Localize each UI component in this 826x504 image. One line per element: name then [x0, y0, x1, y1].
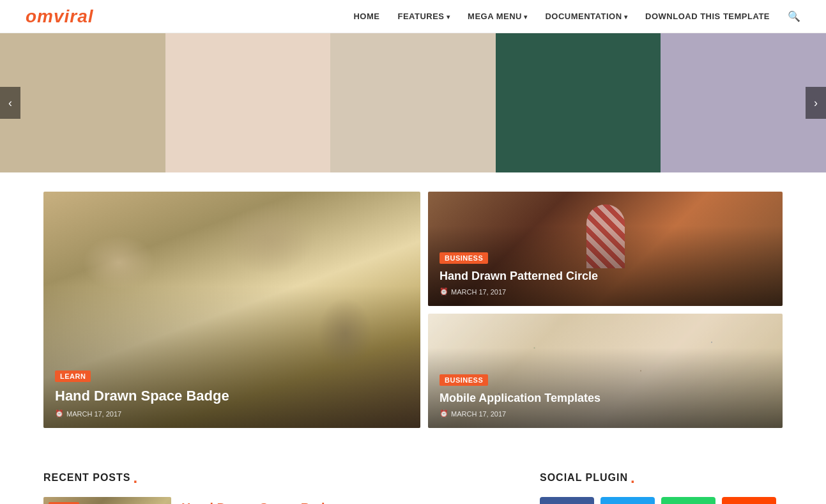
social-buttons-container: f t w r — [540, 497, 783, 504]
side-card-bottom-date: ⏰ MARCH 17, 2017 — [440, 409, 771, 418]
recent-posts-dot: . — [133, 470, 138, 485]
featured-main-badge: LEARN — [55, 370, 91, 382]
features-arrow-icon: ▾ — [447, 13, 450, 20]
side-card-bottom-overlay: BUSINESS Mobile Application Templates ⏰ … — [428, 363, 783, 428]
recent-post-title-link[interactable]: Hand Drawn Space Badge — [181, 500, 514, 504]
social-plugin-section: SOCIAL PLUGIN . f t w r — [540, 470, 783, 504]
recent-posts-heading: RECENT POSTS . — [43, 470, 514, 485]
featured-side-cards: BUSINESS Hand Drawn Patterned Circle ⏰ M… — [428, 192, 783, 428]
docs-arrow-icon: ▾ — [624, 13, 628, 20]
mega-menu-arrow-icon: ▾ — [524, 13, 528, 20]
slider-track — [0, 33, 826, 172]
nav-mega-menu[interactable]: MEGA MENU▾ — [468, 11, 527, 21]
side-card-bottom-title: Mobile Application Templates — [440, 391, 771, 406]
reddit-button[interactable]: r — [722, 497, 776, 504]
site-logo[interactable]: omviral — [26, 6, 94, 27]
side-card-bottom[interactable]: BUSINESS Mobile Application Templates ⏰ … — [428, 314, 783, 428]
slider-prev-button[interactable]: ‹ — [0, 87, 20, 119]
facebook-button[interactable]: f — [540, 497, 594, 504]
bottom-section: RECENT POSTS . LEARN Hand Drawn Space Ba… — [0, 470, 826, 504]
featured-main-title: Hand Drawn Space Badge — [55, 387, 409, 406]
side-card-top-badge: BUSINESS — [440, 252, 488, 264]
recent-post-info: Hand Drawn Space Badge 👤 SORA BLOGGING T… — [181, 497, 514, 504]
whatsapp-button[interactable]: w — [661, 497, 715, 504]
featured-main-overlay: LEARN Hand Drawn Space Badge ⏰ MARCH 17,… — [43, 360, 420, 428]
slide-1 — [0, 33, 165, 172]
side-card-top[interactable]: BUSINESS Hand Drawn Patterned Circle ⏰ M… — [428, 192, 783, 306]
slide-2 — [165, 33, 331, 172]
twitter-button[interactable]: t — [600, 497, 655, 504]
recent-post-thumbnail[interactable]: LEARN — [43, 497, 171, 504]
clock-icon: ⏰ — [55, 409, 64, 418]
slide-3 — [330, 33, 496, 172]
search-icon[interactable]: 🔍 — [788, 10, 800, 22]
nav-home[interactable]: HOME — [353, 11, 379, 21]
side-card-top-date: ⏰ MARCH 17, 2017 — [440, 287, 771, 296]
header: omviral HOME FEATURES▾ MEGA MENU▾ DOCUME… — [0, 0, 826, 33]
image-slider: ‹ › — [0, 33, 826, 172]
social-plugin-heading: SOCIAL PLUGIN . — [540, 470, 783, 485]
featured-grid: LEARN Hand Drawn Space Badge ⏰ MARCH 17,… — [43, 192, 783, 428]
side-card-bottom-badge: BUSINESS — [440, 374, 488, 386]
slide-4 — [496, 33, 661, 172]
nav-features[interactable]: FEATURES▾ — [397, 11, 450, 21]
side-card-top-overlay: BUSINESS Hand Drawn Patterned Circle ⏰ M… — [428, 241, 783, 306]
clock-icon-bottom: ⏰ — [440, 409, 448, 418]
main-content: LEARN Hand Drawn Space Badge ⏰ MARCH 17,… — [0, 172, 826, 470]
side-card-top-title: Hand Drawn Patterned Circle — [440, 269, 771, 284]
slider-next-button[interactable]: › — [806, 87, 826, 119]
social-plugin-dot: . — [631, 470, 636, 485]
nav-download[interactable]: DOWNLOAD THIS TEMPLATE — [645, 11, 770, 21]
recent-posts-section: RECENT POSTS . LEARN Hand Drawn Space Ba… — [43, 470, 514, 504]
clock-icon-top: ⏰ — [440, 287, 448, 296]
recent-post-item: LEARN Hand Drawn Space Badge 👤 SORA BLOG… — [43, 497, 514, 504]
nav-documentation[interactable]: DOCUMENTATION▾ — [545, 11, 627, 21]
slide-5 — [661, 33, 826, 172]
main-nav: HOME FEATURES▾ MEGA MENU▾ DOCUMENTATION▾… — [353, 10, 800, 22]
featured-main-card[interactable]: LEARN Hand Drawn Space Badge ⏰ MARCH 17,… — [43, 192, 420, 428]
featured-main-date: ⏰ MARCH 17, 2017 — [55, 409, 409, 418]
